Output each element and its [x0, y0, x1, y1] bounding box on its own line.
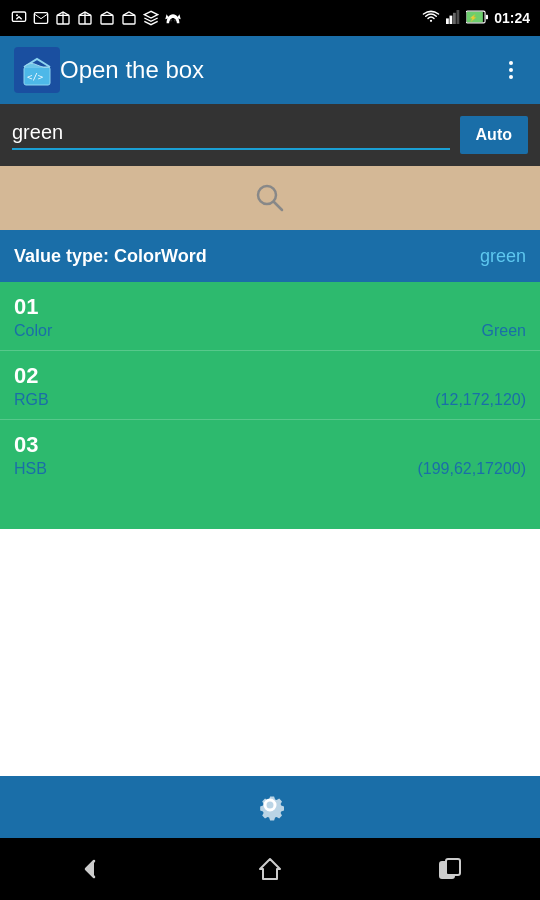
result-label-02: RGB [14, 391, 49, 409]
svg-rect-27 [446, 859, 460, 875]
result-row-01[interactable]: 01 Color Green [0, 282, 540, 351]
status-bar-right: ⚡ 01:24 [422, 10, 530, 27]
box2-icon [76, 9, 94, 27]
svg-rect-8 [123, 15, 135, 24]
picture-icon [10, 9, 28, 27]
app-bar: </> Open the box [0, 36, 540, 104]
result-label-01: Color [14, 322, 52, 340]
svg-point-11 [170, 20, 172, 22]
overflow-dot-3 [509, 75, 513, 79]
result-value-01: Green [482, 322, 526, 340]
search-input-wrapper[interactable] [12, 121, 450, 150]
result-detail-03: HSB (199,62,17200) [14, 460, 526, 478]
home-icon [256, 855, 284, 883]
svg-rect-2 [34, 13, 47, 24]
svg-marker-25 [260, 859, 280, 879]
svg-rect-14 [450, 15, 453, 23]
back-button[interactable] [50, 849, 130, 889]
result-number-01: 01 [14, 294, 526, 320]
results-list: 01 Color Green 02 RGB (12,172,120) 03 HS… [0, 282, 540, 529]
result-row-02[interactable]: 02 RGB (12,172,120) [0, 351, 540, 420]
wifi-icon [422, 10, 440, 27]
search-bar: Auto [0, 104, 540, 166]
value-type-label: Value type: ColorWord [14, 246, 480, 267]
cat-icon [164, 9, 182, 27]
svg-rect-13 [446, 18, 449, 24]
battery-icon: ⚡ [466, 10, 488, 27]
home-button[interactable] [230, 849, 310, 889]
svg-rect-19 [486, 14, 488, 18]
search-icon [252, 180, 288, 216]
overflow-dot-1 [509, 61, 513, 65]
signal-icon [446, 10, 460, 27]
back-icon [76, 855, 104, 883]
outlook-icon [32, 9, 50, 27]
result-row-03[interactable]: 03 HSB (199,62,17200) [0, 420, 540, 488]
result-detail-01: Color Green [14, 322, 526, 340]
result-detail-02: RGB (12,172,120) [14, 391, 526, 409]
value-type-bar: Value type: ColorWord green [0, 230, 540, 282]
result-value-02: (12,172,120) [435, 391, 526, 409]
recent-apps-button[interactable] [410, 849, 490, 889]
result-number-03: 03 [14, 432, 526, 458]
app-icon: </> [14, 47, 60, 93]
box3-icon [98, 9, 116, 27]
svg-rect-15 [453, 12, 456, 23]
bottom-toolbar [0, 776, 540, 838]
box4-icon [120, 9, 138, 27]
app-title: Open the box [60, 56, 496, 84]
box5-icon [142, 9, 160, 27]
settings-button[interactable] [252, 787, 288, 827]
result-label-03: HSB [14, 460, 47, 478]
svg-rect-16 [457, 10, 460, 24]
svg-point-1 [16, 14, 18, 16]
svg-text:⚡: ⚡ [469, 12, 478, 21]
status-bar: ⚡ 01:24 [0, 0, 540, 36]
search-icon-area[interactable] [0, 166, 540, 230]
time-display: 01:24 [494, 10, 530, 26]
svg-line-24 [274, 202, 282, 210]
recent-apps-icon [436, 855, 464, 883]
svg-rect-7 [101, 15, 113, 24]
white-space [0, 529, 540, 776]
search-input[interactable] [12, 121, 450, 144]
overflow-menu-button[interactable] [496, 55, 526, 85]
nav-bar [0, 838, 540, 900]
value-type-value: green [480, 246, 526, 267]
settings-icon [252, 787, 288, 823]
svg-point-12 [174, 20, 176, 22]
auto-button[interactable]: Auto [460, 116, 528, 154]
overflow-dot-2 [509, 68, 513, 72]
box1-icon [54, 9, 72, 27]
result-number-02: 02 [14, 363, 526, 389]
svg-text:</>: </> [27, 72, 44, 82]
result-value-03: (199,62,17200) [417, 460, 526, 478]
status-bar-left [10, 9, 182, 27]
